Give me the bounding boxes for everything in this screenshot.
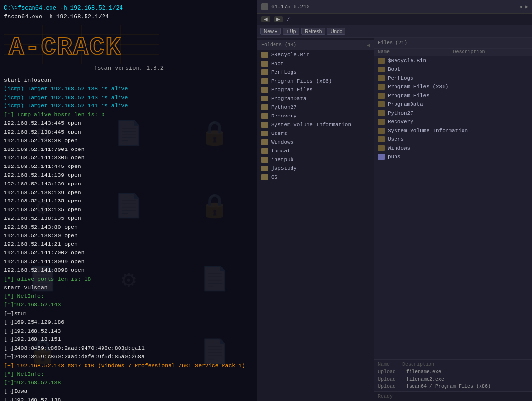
- version-text: fscan version: 1.8.2: [4, 65, 254, 72]
- folder-icon: [261, 78, 268, 84]
- folder-icon: [378, 84, 385, 90]
- upload-path-1: filename.exe: [406, 369, 528, 375]
- folder-icon: [378, 93, 385, 99]
- fm-folder-jspstudy[interactable]: jspStudy: [257, 164, 374, 173]
- output-line-35: [*]192.168.52.138: [4, 378, 254, 387]
- fm-file-recovery[interactable]: Recovery: [374, 117, 532, 126]
- fm-file-python27[interactable]: Python27: [374, 109, 532, 117]
- output-line-3: (icmp) Target 192.168.52.141 is alive: [4, 101, 254, 110]
- fm-folder-programdata[interactable]: ProgramData: [257, 94, 374, 103]
- output-line-19: 192.168.52.141:21 open: [4, 240, 254, 249]
- fm-left-pane: Folders (14) ◀ $Recycle.Bin Boot PerfLog…: [257, 38, 374, 401]
- fm-folder-perflogs[interactable]: PerfLogs: [257, 68, 374, 77]
- fm-folder-os[interactable]: OS: [257, 173, 374, 182]
- output-line-18: 192.168.52.138:80 open: [4, 232, 254, 240]
- output-line-7: 192.168.52.138:88 open: [4, 136, 254, 145]
- fm-file-programdata[interactable]: ProgramData: [374, 100, 532, 109]
- fm-current-path: /: [287, 17, 528, 22]
- folder-icon: [261, 131, 268, 136]
- fm-undo-button[interactable]: Undo: [327, 28, 345, 35]
- fm-left-pane-header: Folders (14) ◀: [257, 40, 374, 50]
- fm-nav-arrows: ◀ ▶: [519, 4, 528, 10]
- output-line-13: 192.168.52.138:139 open: [4, 188, 254, 197]
- fm-file-recycle-bin[interactable]: $Recycle.Bin: [374, 56, 532, 65]
- fm-folder-recycle-bin[interactable]: $Recycle.Bin: [257, 50, 374, 59]
- fm-right-pane-header: Files (21): [374, 38, 532, 49]
- fm-back-button[interactable]: ◀: [261, 16, 270, 22]
- fm-folder-windows[interactable]: Windows: [257, 138, 374, 147]
- fm-header-title: 64.175.6.210: [271, 4, 516, 10]
- fm-file-perflogs[interactable]: PerfLogs: [374, 74, 532, 83]
- upload-col-desc: Description: [402, 362, 528, 367]
- upload-col-action: Name: [378, 362, 402, 367]
- output-line-30: [→]192.168.18.151: [4, 335, 254, 344]
- folder-icon: [378, 101, 385, 107]
- fm-folder-system-volume-info[interactable]: System Volume Information: [257, 120, 374, 129]
- output-line-14: 192.168.52.141:135 open: [4, 197, 254, 205]
- fm-upload-item-1: Upload filename.exe: [374, 368, 532, 376]
- fm-folder-users[interactable]: Users: [257, 129, 374, 138]
- terminal-header: C:\>fscan64.exe -h 192.168.52.1/24 fscan…: [4, 4, 254, 21]
- fm-file-users[interactable]: Users: [374, 135, 532, 144]
- output-line-28: [→]169.254.129.186: [4, 318, 254, 327]
- output-line-24: start vulscan: [4, 284, 254, 292]
- fm-upload-item-3: Upload fscan64 / Program Files (x86): [374, 383, 532, 390]
- folder-icon: [378, 136, 385, 142]
- fm-toolbar: New ▾ ↑ Up Refresh Undo: [257, 25, 532, 38]
- terminal-prompt-line1: C:\>fscan64.exe -h 192.168.52.1/24: [4, 4, 254, 13]
- output-line-2: (icmp) Target 192.168.52.143 is alive: [4, 93, 254, 102]
- col-desc-header: Description: [453, 50, 529, 55]
- fm-new-button[interactable]: New ▾: [260, 28, 281, 35]
- fm-file-boot[interactable]: Boot: [374, 65, 532, 74]
- upload-path-2: filename2.exe: [406, 377, 528, 382]
- fm-folder-programfiles[interactable]: Program Files: [257, 85, 374, 94]
- output-line-9: 192.168.52.141:3306 open: [4, 153, 254, 162]
- fm-content: Folders (14) ◀ $Recycle.Bin Boot PerfLog…: [257, 38, 532, 401]
- fm-folder-python27[interactable]: Python27: [257, 103, 374, 112]
- output-line-5: 192.168.52.143:445 open: [4, 119, 254, 128]
- output-line-29: [→]192.168.52.143: [4, 327, 254, 335]
- fm-upload-section: Name Description Upload filename.exe Upl…: [374, 359, 532, 391]
- fm-logo-icon: [261, 3, 268, 10]
- upload-label-3: Upload: [378, 384, 402, 389]
- fm-address-bar: ◀ ▶ /: [257, 14, 532, 25]
- fm-file-programfiles[interactable]: Program Files: [374, 91, 532, 100]
- fm-folder-tomcat[interactable]: tomcat: [257, 147, 374, 155]
- fm-file-system-volume-info[interactable]: System Volume Information: [374, 126, 532, 135]
- output-line-22: 192.168.52.141:8098 open: [4, 266, 254, 275]
- upload-path-3: fscan64 / Program Files (x86): [406, 384, 528, 389]
- fm-header: 64.175.6.210 ◀ ▶: [257, 0, 532, 14]
- fm-folder-recovery[interactable]: Recovery: [257, 112, 374, 120]
- fm-folder-inetpub[interactable]: inetpub: [257, 155, 374, 164]
- fm-right-pane: Files (21) Name Description $Recycle.Bin…: [374, 38, 532, 401]
- folder-icon: [261, 166, 268, 171]
- output-line-25: [*] NetInfo:: [4, 292, 254, 301]
- fm-column-header: Name Description: [374, 49, 532, 56]
- output-line-15: 192.168.52.143:135 open: [4, 205, 254, 214]
- fm-forward-button[interactable]: ▶: [274, 16, 283, 22]
- fscan-logo: A-CRACK: [4, 25, 159, 64]
- output-line-33: [+] 192.168.52.143 MS17-010 (Windows 7 P…: [4, 361, 254, 370]
- output-line-26: [*]192.168.52.143: [4, 301, 254, 309]
- fm-up-button[interactable]: ↑ Up: [283, 28, 300, 35]
- fm-file-programfiles-x86[interactable]: Program Files (x86): [374, 83, 532, 91]
- folder-icon: [261, 96, 268, 101]
- fm-folder-programfiles-x86[interactable]: Program Files (x86): [257, 77, 374, 85]
- terminal-prompt-line2: fscan64.exe -h 192.168.52.1/24: [4, 13, 254, 21]
- output-line-16: 192.168.52.138:135 open: [4, 214, 254, 223]
- logo-container: A-CRACK fscan version: 1.8.2: [4, 25, 254, 72]
- output-line-34: [*] NetInfo:: [4, 370, 254, 379]
- fm-folder-boot[interactable]: Boot: [257, 59, 374, 68]
- fm-upload-item-2: Upload filename2.exe: [374, 376, 532, 383]
- output-line-10: 192.168.52.141:445 open: [4, 162, 254, 171]
- output-line-4: [*] Icmp alive hosts len is: 3: [4, 110, 254, 119]
- output-line-6: 192.168.52.138:445 open: [4, 128, 254, 136]
- fm-refresh-button[interactable]: Refresh: [301, 28, 325, 35]
- fm-file-windows[interactable]: Windows: [374, 144, 532, 152]
- folder-icon: [378, 119, 385, 125]
- fm-file-pubs[interactable]: pubs: [374, 152, 532, 161]
- output-line-31: [→]2408:8459:c860:2aad:9470:498e:803d:ea…: [4, 344, 254, 352]
- terminal-panel: ⚙ 📄 🔒 ⚙ 📄 🔒 📄 ⚙ 📄 🔒 ⚙ 📄 C:\>fscan64.exe …: [0, 0, 257, 401]
- fm-status-text: Ready: [378, 394, 393, 399]
- output-line-17: 192.168.52.143:80 open: [4, 223, 254, 232]
